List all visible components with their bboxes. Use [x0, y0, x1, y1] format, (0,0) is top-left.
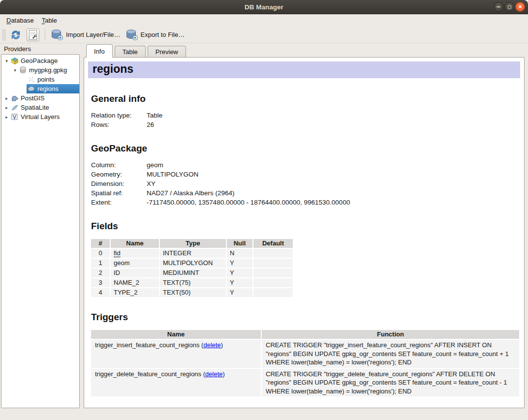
- points-layer-icon: [27, 76, 35, 83]
- delete-trigger-link[interactable]: delete: [205, 370, 222, 378]
- field-cell: N: [227, 249, 252, 258]
- menubar: DatabaseTable: [0, 14, 528, 27]
- field-cell: Y: [227, 269, 252, 277]
- fields-heading: Fields: [91, 221, 520, 232]
- info-row: Rows:26: [91, 120, 520, 129]
- tab-preview[interactable]: Preview: [148, 46, 186, 57]
- tree-item-label: PostGIS: [21, 94, 44, 102]
- field-row: 1geomMULTIPOLYGONY: [91, 259, 293, 268]
- triggers-heading: Triggers: [91, 312, 520, 323]
- main-area: Providers ▾GeoPackage▾mygpkg.gpkgpointsr…: [0, 43, 528, 420]
- export-file-label: Export to File…: [141, 31, 185, 38]
- field-cell: [253, 249, 293, 258]
- tab-info[interactable]: Info: [86, 44, 113, 58]
- window-controls: ×: [493, 2, 525, 12]
- tree-item-geopackage[interactable]: ▾GeoPackage: [1, 56, 79, 65]
- trigger-function-cell: CREATE TRIGGER "trigger_insert_feature_c…: [262, 340, 519, 368]
- tree-item-regions[interactable]: regions: [1, 84, 79, 93]
- spatialite-icon: [10, 104, 19, 112]
- fields-header-: #: [91, 239, 110, 248]
- field-cell: NAME_2: [111, 278, 159, 287]
- expander-closed-icon[interactable]: ▸: [3, 115, 10, 120]
- window-title: DB Manager: [245, 3, 283, 11]
- info-row: Column:geom: [91, 160, 520, 170]
- menu-database[interactable]: Database: [2, 15, 38, 26]
- tree-item-points[interactable]: points: [1, 75, 79, 84]
- import-layer-button[interactable]: Import Layer/File…: [48, 28, 123, 41]
- titlebar[interactable]: DB Manager ×: [0, 0, 528, 14]
- field-row: 2IDMEDIUMINTY: [91, 269, 293, 277]
- geopackage-heading: GeoPackage: [91, 143, 520, 154]
- db-import-icon: [51, 29, 63, 40]
- tree-item-label: Virtual Layers: [21, 113, 60, 120]
- menu-table[interactable]: Table: [38, 15, 61, 26]
- info-value: XY: [147, 179, 155, 188]
- toolbar-separator: [45, 29, 45, 41]
- fields-header-null: Null: [227, 239, 252, 248]
- tree-item-label: SpatiaLite: [21, 104, 49, 111]
- field-row: 0fidINTEGERN: [91, 249, 293, 258]
- general-info-heading: General info: [91, 93, 520, 104]
- expander-open-icon[interactable]: ▾: [12, 68, 18, 73]
- db-export-icon: [125, 29, 138, 40]
- tree-item-mygpkg-gpkg[interactable]: ▾mygpkg.gpkg: [1, 65, 79, 75]
- database-icon: [19, 66, 27, 74]
- triggers-header-name: Name: [91, 330, 261, 339]
- refresh-icon: [10, 29, 22, 41]
- tree-item-spatialite[interactable]: ▸SpatiaLite: [1, 103, 79, 112]
- toolbar-drag-handle[interactable]: [2, 29, 5, 41]
- info-label: Dimension:: [91, 179, 147, 188]
- sql-window-button[interactable]: [24, 28, 42, 42]
- export-file-button[interactable]: Export to File…: [123, 28, 187, 41]
- field-row: 4TYPE_2TEXT(50)Y: [91, 288, 293, 297]
- expander-closed-icon[interactable]: ▸: [3, 96, 10, 101]
- refresh-button[interactable]: [7, 28, 24, 42]
- info-row: Spatial ref:NAD27 / Alaska Albers (2964): [91, 188, 520, 198]
- field-cell: 3: [91, 278, 110, 287]
- tabbar: InfoTablePreview: [84, 44, 525, 57]
- info-scroll-area[interactable]: regions General info Relation type:Table…: [84, 58, 524, 408]
- tree-item-label: GeoPackage: [21, 57, 58, 64]
- field-cell: geom: [111, 259, 159, 268]
- maximize-icon: [508, 5, 511, 9]
- tree-item-virtual-layers[interactable]: ▸Virtual Layers: [1, 112, 79, 121]
- tree-item-label: mygpkg.gpkg: [29, 66, 67, 74]
- expander-closed-icon[interactable]: ▸: [3, 105, 10, 110]
- field-cell: ID: [111, 269, 159, 277]
- field-cell: TEXT(50): [160, 288, 226, 297]
- delete-trigger-link[interactable]: delete: [203, 341, 220, 349]
- maximize-button[interactable]: [504, 2, 514, 12]
- tree-item-postgis[interactable]: ▸PostGIS: [1, 93, 79, 103]
- field-cell: TYPE_2: [111, 288, 159, 297]
- close-icon: ×: [518, 3, 522, 10]
- virtual-layers-icon: [10, 113, 19, 120]
- tab-table[interactable]: Table: [115, 46, 146, 57]
- info-label: Relation type:: [91, 111, 147, 120]
- trigger-row: trigger_insert_feature_count_regions (de…: [91, 340, 519, 368]
- minimize-button[interactable]: [494, 2, 503, 12]
- field-cell: INTEGER: [160, 249, 226, 258]
- info-label: Spatial ref:: [91, 188, 147, 198]
- field-cell: TEXT(75): [160, 278, 226, 287]
- info-row: Extent:-7117450.00000, 1357480.00000 - 1…: [91, 198, 520, 207]
- info-value: MULTIPOLYGON: [147, 170, 198, 179]
- field-cell: 2: [91, 269, 110, 277]
- tree-item-label: regions: [37, 85, 59, 92]
- triggers-table: NameFunction trigger_insert_feature_coun…: [90, 329, 520, 397]
- close-button[interactable]: ×: [515, 2, 525, 12]
- field-cell: Y: [227, 259, 252, 268]
- info-label: Rows:: [91, 120, 147, 129]
- info-row: Dimension:XY: [91, 179, 520, 188]
- trigger-name-cell: trigger_delete_feature_count_regions (de…: [91, 369, 261, 397]
- expander-open-icon[interactable]: ▾: [3, 59, 10, 63]
- info-value: -7117450.00000, 1357480.00000 - 18764400…: [147, 198, 350, 207]
- field-cell: [253, 288, 293, 297]
- sql-window-icon: [27, 29, 39, 41]
- fields-header-name: Name: [111, 239, 159, 248]
- field-cell: Y: [227, 278, 252, 287]
- field-cell: fid: [111, 249, 159, 258]
- providers-tree[interactable]: ▾GeoPackage▾mygpkg.gpkgpointsregions▸Pos…: [1, 54, 80, 408]
- triggers-header-function: Function: [262, 330, 519, 339]
- info-panel: regions General info Relation type:Table…: [84, 57, 525, 408]
- import-layer-label: Import Layer/File…: [66, 31, 121, 38]
